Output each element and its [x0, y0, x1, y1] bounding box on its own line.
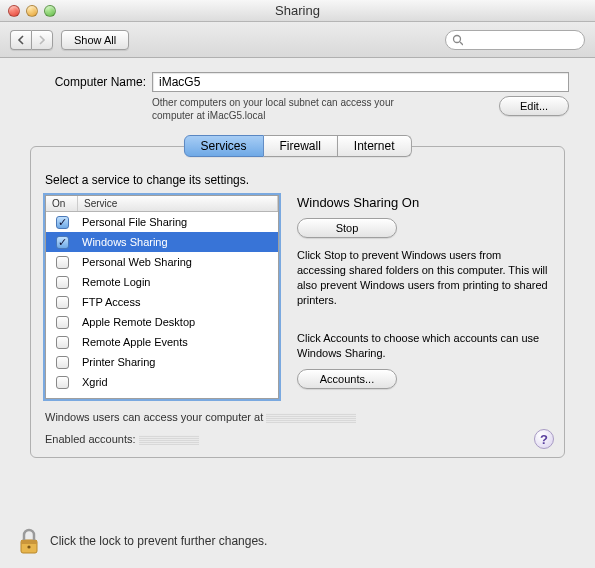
service-detail: Windows Sharing On Stop Click Stop to pr… [297, 195, 550, 399]
list-item[interactable]: ✓Windows Sharing [46, 232, 278, 252]
service-label: Personal Web Sharing [78, 256, 278, 268]
service-checkbox[interactable]: ✓ [56, 216, 69, 229]
help-button[interactable]: ? [534, 429, 554, 449]
stop-button[interactable]: Stop [297, 218, 397, 238]
titlebar: Sharing [0, 0, 595, 22]
service-label: Printer Sharing [78, 356, 278, 368]
tab-bar: Services Firewall Internet [183, 135, 411, 157]
back-button[interactable] [10, 30, 31, 50]
svg-point-4 [27, 545, 30, 548]
list-item[interactable]: Remote Login [46, 272, 278, 292]
computer-name-label: Computer Name: [26, 75, 146, 89]
list-item[interactable]: Apple Remote Desktop [46, 312, 278, 332]
service-checkbox[interactable] [56, 356, 69, 369]
service-checkbox[interactable] [56, 336, 69, 349]
list-item[interactable]: FTP Access [46, 292, 278, 312]
service-label: Personal File Sharing [78, 216, 278, 228]
toolbar: Show All [0, 22, 595, 58]
window-title: Sharing [0, 3, 595, 18]
tab-services[interactable]: Services [183, 135, 263, 157]
service-label: Remote Apple Events [78, 336, 278, 348]
redacted-address [266, 413, 356, 423]
search-field[interactable] [445, 30, 585, 50]
list-item[interactable]: Remote Apple Events [46, 332, 278, 352]
svg-point-0 [454, 35, 461, 42]
service-label: Apple Remote Desktop [78, 316, 278, 328]
computer-name-field[interactable] [152, 72, 569, 92]
service-status-title: Windows Sharing On [297, 195, 550, 210]
service-checkbox[interactable] [56, 376, 69, 389]
chevron-left-icon [17, 35, 25, 45]
search-icon [452, 34, 463, 46]
redacted-accounts [139, 435, 199, 445]
nav-back-forward [10, 30, 53, 50]
service-checkbox[interactable] [56, 256, 69, 269]
tab-firewall[interactable]: Firewall [263, 135, 337, 157]
search-input[interactable] [467, 33, 578, 47]
enabled-accounts-text: Enabled accounts: [45, 433, 136, 445]
service-checkbox[interactable] [56, 316, 69, 329]
list-item[interactable]: Xgrid [46, 372, 278, 392]
services-panel: Services Firewall Internet Select a serv… [30, 146, 565, 458]
service-desc-2: Click Accounts to choose which accounts … [297, 331, 550, 361]
list-item[interactable]: Printer Sharing [46, 352, 278, 372]
content-area: Computer Name: Other computers on your l… [0, 58, 595, 464]
list-header: On Service [46, 196, 278, 212]
svg-line-1 [460, 42, 463, 45]
access-text: Windows users can access your computer a… [45, 411, 263, 423]
show-all-button[interactable]: Show All [61, 30, 129, 50]
tab-internet[interactable]: Internet [338, 135, 412, 157]
service-label: Windows Sharing [78, 236, 278, 248]
column-on[interactable]: On [46, 196, 78, 211]
forward-button[interactable] [31, 30, 53, 50]
lock-row: Click the lock to prevent further change… [16, 526, 267, 556]
list-item[interactable]: Personal Web Sharing [46, 252, 278, 272]
svg-rect-3 [21, 540, 37, 544]
edit-button[interactable]: Edit... [499, 96, 569, 116]
computer-name-subtext: Other computers on your local subnet can… [152, 96, 432, 122]
service-label: Remote Login [78, 276, 278, 288]
service-checkbox[interactable]: ✓ [56, 236, 69, 249]
panel-footer: Windows users can access your computer a… [45, 411, 550, 445]
service-checkbox[interactable] [56, 296, 69, 309]
service-desc-1: Click Stop to prevent Windows users from… [297, 248, 550, 307]
chevron-right-icon [38, 35, 46, 45]
service-label: Xgrid [78, 376, 278, 388]
service-checkbox[interactable] [56, 276, 69, 289]
services-list[interactable]: On Service ✓Personal File Sharing✓Window… [45, 195, 279, 399]
lock-text: Click the lock to prevent further change… [50, 534, 267, 548]
column-service[interactable]: Service [78, 196, 278, 211]
lock-icon[interactable] [16, 526, 42, 556]
service-label: FTP Access [78, 296, 278, 308]
panel-instruction: Select a service to change its settings. [45, 173, 550, 187]
accounts-button[interactable]: Accounts... [297, 369, 397, 389]
list-item[interactable]: ✓Personal File Sharing [46, 212, 278, 232]
